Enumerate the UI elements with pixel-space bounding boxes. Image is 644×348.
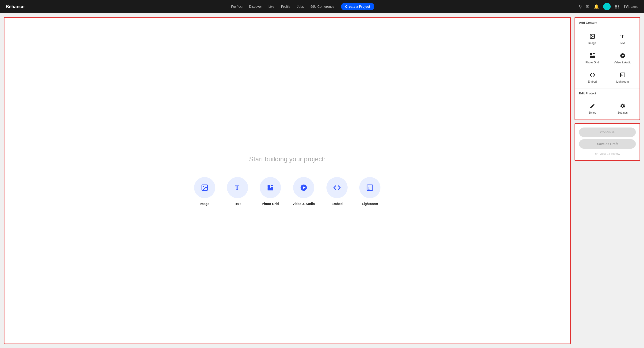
navbar-actions: ⚲ ✉ 🔔 Adobe <box>579 3 638 10</box>
nav-jobs[interactable]: Jobs <box>297 5 304 9</box>
edit-project-grid: Styles Settings <box>575 97 640 120</box>
sidebar-item-styles-label: Styles <box>588 111 596 114</box>
canvas-item-text-circle: T <box>227 177 248 198</box>
view-preview-label: View a Preview <box>600 152 620 155</box>
canvas-item-video-audio-label: Video & Audio <box>293 202 315 206</box>
sidebar: Add Content Image <box>574 17 640 344</box>
video-audio-icon <box>619 52 626 59</box>
canvas-item-video-audio-circle <box>293 177 314 198</box>
svg-text:Lr: Lr <box>621 74 623 77</box>
edit-project-title: Edit Project <box>575 89 640 97</box>
sidebar-item-settings[interactable]: Settings <box>608 98 638 118</box>
add-content-grid: Image T Text <box>575 27 640 89</box>
nav-live[interactable]: Live <box>268 5 274 9</box>
styles-icon <box>589 103 596 109</box>
image-icon <box>589 33 596 40</box>
canvas-item-video-audio[interactable]: Video & Audio <box>293 177 315 206</box>
nav-for-you[interactable]: For You <box>231 5 242 9</box>
adobe-label: Adobe <box>630 5 638 9</box>
svg-rect-14 <box>590 53 592 56</box>
adobe-logo: Adobe <box>624 5 638 9</box>
svg-rect-5 <box>270 187 273 188</box>
photo-grid-icon <box>589 52 596 59</box>
nav-profile[interactable]: Profile <box>281 5 290 9</box>
sidebar-item-image[interactable]: Image <box>577 29 608 48</box>
canvas-item-photo-grid[interactable]: Photo Grid <box>260 177 281 206</box>
svg-text:T: T <box>620 34 624 39</box>
canvas-item-image-label: Image <box>200 202 209 206</box>
svg-rect-15 <box>592 53 595 54</box>
canvas-items: Image T Text <box>194 177 381 206</box>
add-content-panel: Add Content Image <box>574 17 640 120</box>
sidebar-item-video-audio[interactable]: Video & Audio <box>608 48 638 67</box>
svg-rect-16 <box>592 55 595 56</box>
sidebar-item-video-audio-label: Video & Audio <box>614 61 631 64</box>
navbar: Bēhance For You Discover Live Profile Jo… <box>0 0 644 13</box>
logo[interactable]: Bēhance <box>6 4 24 10</box>
nav-links: For You Discover Live Profile Jobs 99U C… <box>34 3 572 10</box>
embed-icon <box>589 72 596 78</box>
canvas-item-lightroom[interactable]: Lr Lightroom <box>359 177 380 206</box>
apps-icon[interactable] <box>615 5 619 9</box>
settings-icon <box>619 103 626 109</box>
nav-99u[interactable]: 99U Conference <box>310 5 334 9</box>
canvas-item-image-circle <box>194 177 215 198</box>
action-panel: Continue Save as Draft View a Preview <box>574 123 640 161</box>
save-draft-button[interactable]: Save as Draft <box>579 139 636 149</box>
svg-rect-4 <box>270 185 273 186</box>
notifications-icon[interactable]: 🔔 <box>594 4 599 9</box>
text-icon: T <box>619 33 626 40</box>
canvas-item-embed-circle <box>326 177 348 198</box>
view-preview-button[interactable]: View a Preview <box>579 151 636 156</box>
messages-icon[interactable]: ✉ <box>586 4 590 9</box>
sidebar-item-photo-grid[interactable]: Photo Grid <box>577 48 608 67</box>
continue-button[interactable]: Continue <box>579 128 636 137</box>
canvas-item-lightroom-label: Lightroom <box>362 202 378 206</box>
avatar[interactable] <box>603 3 611 10</box>
svg-point-12 <box>591 35 592 36</box>
sidebar-item-lightroom[interactable]: Lr Lightroom <box>608 67 638 87</box>
sidebar-item-embed[interactable]: Embed <box>577 67 608 87</box>
canvas-item-text[interactable]: T Text <box>227 177 248 206</box>
canvas-area: Start building your project: Image T <box>4 17 571 344</box>
svg-rect-6 <box>268 188 273 190</box>
main-layout: Start building your project: Image T <box>0 13 644 348</box>
sidebar-item-embed-label: Embed <box>588 80 596 83</box>
svg-text:T: T <box>235 184 239 191</box>
svg-text:Lr: Lr <box>368 187 371 190</box>
canvas-prompt: Start building your project: <box>249 155 325 163</box>
canvas-item-text-label: Text <box>234 202 241 206</box>
sidebar-item-text[interactable]: T Text <box>608 29 638 48</box>
canvas-item-embed[interactable]: Embed <box>326 177 348 206</box>
canvas-item-photo-grid-circle <box>260 177 281 198</box>
canvas-item-lightroom-circle: Lr <box>359 177 380 198</box>
sidebar-item-text-label: Text <box>620 42 625 45</box>
add-content-title: Add Content <box>575 18 640 27</box>
canvas-item-image[interactable]: Image <box>194 177 215 206</box>
sidebar-item-styles[interactable]: Styles <box>577 98 608 118</box>
canvas-item-embed-label: Embed <box>332 202 343 206</box>
search-icon[interactable]: ⚲ <box>579 4 582 9</box>
svg-rect-3 <box>268 185 270 188</box>
lightroom-icon: Lr <box>619 72 626 78</box>
svg-point-1 <box>203 186 204 187</box>
create-project-button[interactable]: Create a Project <box>341 3 374 10</box>
nav-discover[interactable]: Discover <box>249 5 262 9</box>
sidebar-item-photo-grid-label: Photo Grid <box>586 61 599 64</box>
canvas-item-photo-grid-label: Photo Grid <box>262 202 278 206</box>
svg-rect-17 <box>590 56 595 58</box>
sidebar-item-image-label: Image <box>588 42 596 45</box>
sidebar-item-settings-label: Settings <box>618 111 628 114</box>
sidebar-item-lightroom-label: Lightroom <box>616 80 629 83</box>
